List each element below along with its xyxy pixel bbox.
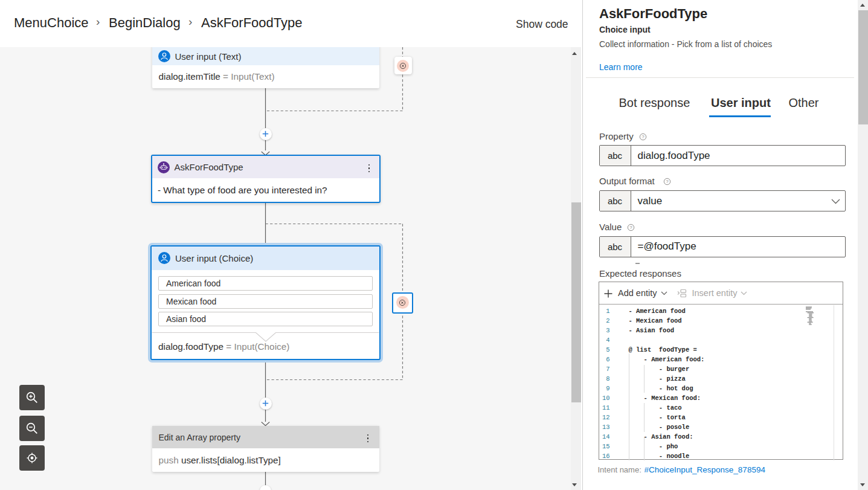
svg-text:?: ?: [666, 179, 669, 184]
svg-text:?: ?: [641, 134, 645, 140]
svg-text:?: ?: [629, 225, 632, 230]
